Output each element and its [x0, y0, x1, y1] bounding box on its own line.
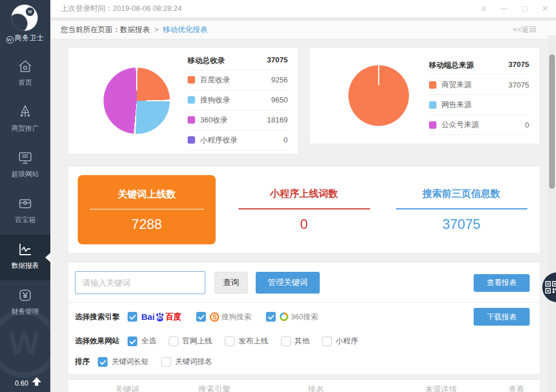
sort-option-length[interactable]: 关键词长短 — [98, 357, 149, 367]
finance-yuan-icon — [0, 287, 50, 303]
col-engine: 搜索引擎 — [186, 385, 243, 392]
col-rank: 排名 — [243, 385, 389, 392]
site-all-checkbox[interactable] — [128, 336, 137, 346]
s360-logo-icon — [280, 312, 288, 321]
site-miniprogram-checkbox[interactable] — [322, 336, 332, 346]
maximize-icon[interactable]: □ — [522, 0, 527, 17]
qr-code-icon — [545, 281, 556, 294]
site-option-publish[interactable]: 发布上线 — [225, 336, 268, 346]
stat-miniprogram-words: 小程序上线词数 0 — [225, 167, 383, 253]
breadcrumb-current[interactable]: 移动优化报表 — [163, 25, 208, 34]
stats-card: 关键词上线数 7288 小程序上线词数 0 搜索前三页信息数 37075 — [67, 166, 541, 254]
site-official-checkbox[interactable] — [169, 336, 178, 346]
version-label: 0.60 — [15, 379, 28, 387]
content: 移动总收录 37075 百度收录 9256 搜狗收录 9650 — [50, 40, 556, 392]
table-header-row: 关键词 搜索引擎 排名 来源详情 查看 — [68, 380, 540, 392]
keyword-input[interactable] — [75, 271, 205, 294]
sort-option-rank[interactable]: 关键词排名 — [161, 357, 212, 367]
home-icon — [0, 58, 50, 74]
chart-icon — [0, 241, 50, 258]
results-table: 关键词 搜索引擎 排名 来源详情 查看 — [67, 379, 541, 392]
baidu-checkbox[interactable] — [128, 312, 137, 322]
site-option-official[interactable]: 官网上线 — [169, 336, 212, 346]
s360-checkbox[interactable] — [266, 312, 276, 322]
legend-item: 百度收录 9256 — [188, 70, 288, 90]
view-report-button[interactable]: 查看报表 — [474, 274, 530, 292]
scrollbar[interactable] — [548, 35, 556, 392]
legend-item: 小程序收录 0 — [188, 130, 288, 151]
mobile-source-pie-chart — [348, 65, 409, 126]
sogou-logo-icon: S — [210, 312, 219, 322]
sidebar-item-reports[interactable]: 数据报表 — [0, 235, 50, 280]
legend-swatch — [188, 116, 195, 124]
close-icon[interactable]: × — [542, 0, 548, 17]
site-option-all[interactable]: 全选 — [128, 336, 156, 346]
legend-item: 网告来源 — [429, 95, 529, 115]
legend-swatch — [188, 136, 195, 144]
sidebar: w W商务卫士 首页 商贸推广 — [0, 0, 50, 392]
legend-swatch — [188, 76, 195, 84]
promotion-rocket-icon — [0, 104, 50, 120]
scroll-up-arrow[interactable] — [32, 377, 41, 386]
minimize-icon[interactable]: ─ — [501, 0, 507, 17]
sidebar-item-label: 超级网站 — [11, 170, 39, 178]
sidebar-item-label: 商贸推广 — [11, 124, 39, 132]
last-login-text: 上次登录时间：2019-08-06 08:28:24 — [50, 3, 481, 14]
brand-shield-icon: W — [6, 36, 14, 43]
mobile-source-card: 移动端总来源 37075 商贸来源 37075 网告来源 — [309, 47, 540, 144]
breadcrumb-section: 数据报表 — [120, 25, 150, 34]
engine-360-option[interactable]: 360搜索 — [266, 312, 318, 322]
mobile-index-legend: 移动总收录 37075 百度收录 9256 搜狗收录 9650 — [188, 52, 288, 151]
sidebar-item-website[interactable]: 超级网站 — [0, 143, 50, 189]
site-option-other[interactable]: 其他 — [281, 336, 309, 346]
stat-keywords-online-tile[interactable]: 关键词上线数 7288 — [78, 175, 216, 244]
logo-yinyang-icon: w — [11, 5, 38, 31]
breadcrumb-separator: > — [154, 25, 159, 34]
engine-filter-label: 选择搜索引擎 — [75, 312, 120, 322]
brand-name: W商务卫士 — [0, 33, 50, 43]
col-view: 查看 — [493, 385, 541, 392]
toolbox-icon — [0, 196, 50, 212]
back-link[interactable]: <<返回 — [513, 25, 556, 35]
main-area: 上次登录时间：2019-08-06 08:28:24 ≡ ─ □ × 您当前所在… — [50, 0, 556, 392]
legend-title: 移动总收录 — [188, 56, 225, 66]
site-filter-label: 选择效果网站 — [75, 336, 120, 346]
sidebar-item-promotion[interactable]: 商贸推广 — [0, 97, 50, 143]
titlebar: 上次登录时间：2019-08-06 08:28:24 ≡ ─ □ × — [50, 0, 556, 17]
query-button[interactable]: 查询 — [215, 272, 248, 294]
mobile-index-card: 移动总收录 37075 百度收录 9256 搜狗收录 9650 — [67, 47, 299, 155]
legend-swatch — [429, 101, 436, 109]
sidebar-item-home[interactable]: 首页 — [0, 52, 50, 97]
engine-baidu-option[interactable]: Bai du 百度 — [128, 312, 181, 322]
filter-card: 查询 管理关键词 查看报表 选择搜索引擎 Bai — [67, 262, 541, 375]
breadcrumb: 您当前所在页面：数据报表 > 移动优化报表 <<返回 — [50, 21, 556, 39]
sidebar-nav: 首页 商贸推广 超级网站 — [0, 52, 50, 326]
legend-swatch — [188, 96, 195, 104]
sogou-checkbox[interactable] — [196, 312, 206, 322]
app-window: w W商务卫士 首页 商贸推广 — [0, 0, 556, 392]
sort-length-checkbox[interactable] — [98, 357, 108, 367]
legend-swatch — [429, 81, 436, 89]
engine-sogou-option[interactable]: S 搜狗搜索 — [196, 312, 251, 322]
legend-item: 公众号来源 0 — [429, 115, 529, 135]
manage-keywords-button[interactable]: 管理关键词 — [256, 272, 320, 294]
site-other-checkbox[interactable] — [281, 336, 291, 346]
sort-label: 排序 — [75, 357, 90, 367]
watermark-shield: W — [0, 309, 50, 378]
menu-icon[interactable]: ≡ — [481, 0, 486, 17]
breadcrumb-prefix: 您当前所在页面： — [61, 25, 120, 34]
sort-rank-checkbox[interactable] — [161, 357, 171, 367]
site-option-miniprogram[interactable]: 小程序 — [322, 336, 358, 346]
col-source-detail: 来源详情 — [389, 385, 493, 392]
sidebar-item-toolbox[interactable]: 百宝箱 — [0, 189, 50, 235]
legend-item: 商贸来源 37075 — [429, 75, 529, 95]
legend-title: 移动端总来源 — [429, 60, 474, 70]
site-publish-checkbox[interactable] — [225, 336, 235, 346]
col-keyword: 关键词 — [68, 385, 186, 392]
mobile-source-legend: 移动端总来源 37075 商贸来源 37075 网告来源 — [429, 56, 529, 135]
download-report-button[interactable]: 下载报表 — [474, 308, 530, 326]
legend-item: 搜狗收录 9650 — [188, 90, 288, 110]
scrollbar-thumb[interactable] — [549, 54, 555, 189]
legend-item: 360收录 18169 — [188, 110, 288, 130]
active-item-arrow — [45, 253, 50, 262]
